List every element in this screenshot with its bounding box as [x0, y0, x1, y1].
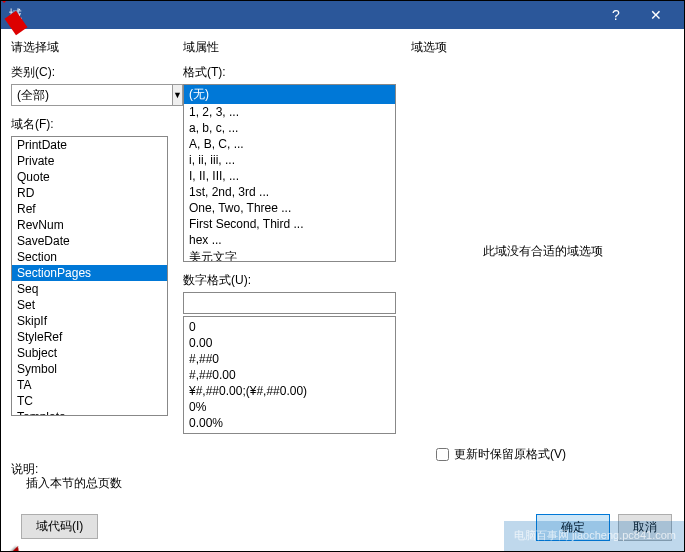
list-item[interactable]: Quote — [12, 169, 167, 185]
list-item[interactable]: 0 — [184, 319, 395, 335]
numeric-format-label: 数字格式(U): — [183, 272, 396, 289]
list-item[interactable]: SectionPages — [12, 265, 167, 281]
fieldname-label: 域名(F): — [11, 116, 168, 133]
list-item[interactable]: 0% — [184, 399, 395, 415]
list-item[interactable]: 1st, 2nd, 3rd ... — [184, 184, 395, 200]
list-item[interactable]: a, b, c, ... — [184, 120, 395, 136]
dialog-title: 域 — [9, 6, 596, 24]
category-input[interactable] — [11, 84, 173, 106]
list-item[interactable]: i, ii, iii, ... — [184, 152, 395, 168]
preserve-label: 更新时保留原格式(V) — [454, 446, 566, 463]
close-button[interactable]: ✕ — [636, 7, 676, 23]
list-item[interactable]: SaveDate — [12, 233, 167, 249]
select-field-label: 请选择域 — [11, 39, 168, 56]
list-item[interactable]: 1, 2, 3, ... — [184, 104, 395, 120]
right-panel: 域选项 此域没有合适的域选项 更新时保留原格式(V) 确定 取消 — [401, 29, 684, 552]
numeric-format-listbox[interactable]: 00.00#,##0#,##0.00¥#,##0.00;(¥#,##0.00)0… — [183, 316, 396, 434]
list-item[interactable]: Symbol — [12, 361, 167, 377]
list-item[interactable]: Section — [12, 249, 167, 265]
format-label: 格式(T): — [183, 64, 396, 81]
list-item[interactable]: ¥#,##0.00;(¥#,##0.00) — [184, 383, 395, 399]
list-item[interactable]: 0.00% — [184, 415, 395, 431]
list-item[interactable]: One, Two, Three ... — [184, 200, 395, 216]
list-item[interactable]: RD — [12, 185, 167, 201]
field-code-button[interactable]: 域代码(I) — [21, 514, 98, 539]
list-item[interactable]: SkipIf — [12, 313, 167, 329]
no-options-message: 此域没有合适的域选项 — [401, 243, 684, 260]
list-item[interactable]: TC — [12, 393, 167, 409]
list-item[interactable]: #,##0 — [184, 351, 395, 367]
list-item[interactable]: 0.00 — [184, 335, 395, 351]
list-item[interactable]: (无) — [184, 85, 395, 104]
cancel-button[interactable]: 取消 — [618, 514, 672, 541]
list-item[interactable]: Ref — [12, 201, 167, 217]
format-listbox[interactable]: (无)1, 2, 3, ...a, b, c, ...A, B, C, ...i… — [183, 84, 396, 262]
category-label: 类别(C): — [11, 64, 168, 81]
list-item[interactable]: Private — [12, 153, 167, 169]
list-item[interactable]: RevNum — [12, 217, 167, 233]
list-item[interactable]: Set — [12, 297, 167, 313]
list-item[interactable]: A, B, C, ... — [184, 136, 395, 152]
dialog-buttons: 确定 取消 — [536, 514, 672, 541]
list-item[interactable]: I, II, III, ... — [184, 168, 395, 184]
numeric-format-input[interactable] — [183, 292, 396, 314]
list-item[interactable]: TA — [12, 377, 167, 393]
list-item[interactable]: PrintDate — [12, 137, 167, 153]
list-item[interactable]: StyleRef — [12, 329, 167, 345]
list-item[interactable]: hex ... — [184, 232, 395, 248]
field-listbox[interactable]: PrintDatePrivateQuoteRDRefRevNumSaveDate… — [11, 136, 168, 416]
title-bar: 域 ? ✕ — [1, 1, 684, 29]
middle-panel: 域属性 格式(T): (无)1, 2, 3, ...a, b, c, ...A,… — [173, 29, 401, 552]
list-item[interactable]: Template — [12, 409, 167, 416]
preserve-format-checkbox[interactable]: 更新时保留原格式(V) — [436, 446, 566, 463]
field-options-label: 域选项 — [411, 39, 674, 56]
list-item[interactable]: 美元文字 — [184, 248, 395, 262]
help-button[interactable]: ? — [596, 7, 636, 23]
list-item[interactable]: #,##0.00 — [184, 367, 395, 383]
ok-button[interactable]: 确定 — [536, 514, 610, 541]
list-item[interactable]: Subject — [12, 345, 167, 361]
preserve-checkbox-input[interactable] — [436, 448, 449, 461]
category-combo[interactable]: ▼ — [11, 84, 168, 106]
list-item[interactable]: Seq — [12, 281, 167, 297]
list-item[interactable]: First Second, Third ... — [184, 216, 395, 232]
description-text: 插入本节的总页数 — [16, 469, 132, 498]
field-props-label: 域属性 — [183, 39, 396, 56]
